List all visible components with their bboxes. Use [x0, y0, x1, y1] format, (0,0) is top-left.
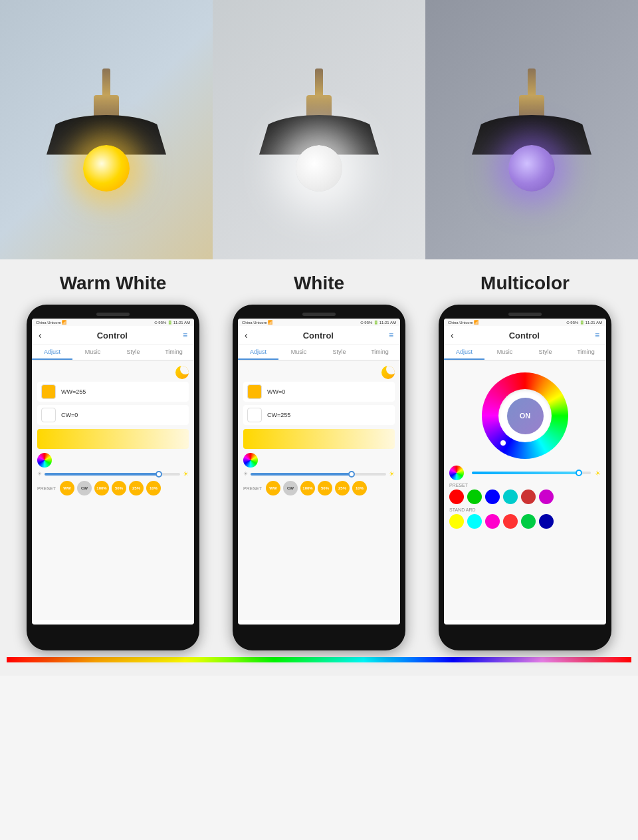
- preset-green2[interactable]: [521, 514, 536, 529]
- back-button-white[interactable]: ‹: [245, 330, 248, 341]
- preset-cw-warm[interactable]: CW: [77, 481, 92, 495]
- brightness-slider-white: ☀ ☀: [243, 470, 395, 478]
- preset-magenta[interactable]: [539, 490, 554, 504]
- slider-track-warm[interactable]: [45, 473, 180, 476]
- sun-dim-white: ☀: [243, 471, 248, 477]
- moon-row-white: [243, 366, 395, 379]
- slider-track-white[interactable]: [251, 473, 386, 476]
- phones-row: Warm White China Unicom 📶 ⊙ 95% 🔋 11:21 …: [7, 273, 631, 650]
- lamp-bulb-warm: [83, 145, 130, 192]
- status-right-multi: ⊙ 95% 🔋 11:21 AM: [566, 320, 602, 325]
- preset-blue[interactable]: [485, 490, 500, 504]
- preset-ww-white[interactable]: WW: [266, 481, 280, 495]
- color-wheel-large[interactable]: ON: [482, 372, 568, 459]
- preset-pink[interactable]: [485, 514, 500, 529]
- warm-white-phone: China Unicom 📶 ⊙ 95% 🔋 11:21 AM ‹ Contro…: [27, 305, 199, 650]
- app-title-white: Control: [303, 331, 334, 341]
- tab-style-multi[interactable]: Style: [525, 345, 566, 360]
- status-left-white: China Unicom 📶: [242, 320, 272, 325]
- preset-10-white[interactable]: 10%: [352, 481, 367, 495]
- phone-notch-warm: [32, 313, 194, 316]
- color-wheel-mini-warm[interactable]: [37, 453, 52, 468]
- app-header-warm: ‹ Control ≡: [32, 326, 194, 345]
- preset-cw-white[interactable]: CW: [283, 481, 298, 495]
- content-warm: WW=255 CW=0: [32, 360, 194, 620]
- app-title-multi: Control: [509, 331, 540, 341]
- preset-row-warm: PRESET WW CW 100% 50% 25% 10%: [37, 481, 189, 495]
- white-label: White: [294, 273, 344, 294]
- color-wheel-mini-white[interactable]: [243, 453, 258, 468]
- preset-25-white[interactable]: 25%: [335, 481, 350, 495]
- tab-timing-white[interactable]: Timing: [360, 345, 400, 360]
- preset-50-white[interactable]: 50%: [318, 481, 332, 495]
- gradient-bar-white: [243, 429, 395, 449]
- preset-10-warm[interactable]: 10%: [146, 481, 161, 495]
- tab-music-multi[interactable]: Music: [484, 345, 525, 360]
- back-button-warm[interactable]: ‹: [39, 330, 42, 341]
- tab-style-warm[interactable]: Style: [113, 345, 154, 360]
- lamp-fixture-multi: [472, 69, 591, 192]
- menu-icon-multi[interactable]: ≡: [595, 331, 599, 340]
- app-header-multi: ‹ Control ≡: [444, 326, 606, 345]
- cw-row-warm: CW=0: [37, 405, 189, 425]
- preset-green[interactable]: [467, 490, 482, 504]
- preset-navy[interactable]: [539, 514, 554, 529]
- color-wheel-mini-multi[interactable]: [449, 466, 464, 480]
- slider-thumb-multi[interactable]: [576, 470, 582, 476]
- tab-style-white[interactable]: Style: [319, 345, 360, 360]
- preset-100-warm[interactable]: 100%: [94, 481, 109, 495]
- menu-icon-white[interactable]: ≡: [389, 331, 393, 340]
- slider-thumb-warm[interactable]: [156, 471, 162, 478]
- tab-timing-multi[interactable]: Timing: [566, 345, 606, 360]
- tabs-warm: Adjust Music Style Timing: [32, 345, 194, 360]
- lamp-base: [94, 95, 119, 118]
- screen-white: China Unicom 📶 ⊙ 95% 🔋 11:21 AM ‹ Contro…: [238, 319, 400, 625]
- sun-bright-warm: ☀: [183, 470, 189, 478]
- preset-100-white[interactable]: 100%: [300, 481, 315, 495]
- status-bar-warm: China Unicom 📶 ⊙ 95% 🔋 11:21 AM: [32, 319, 194, 326]
- tabs-multi: Adjust Music Style Timing: [444, 345, 606, 360]
- moon-row-warm: [37, 366, 189, 379]
- preset-darkred[interactable]: [521, 490, 536, 504]
- on-button[interactable]: ON: [507, 398, 544, 434]
- ww-row-warm: WW=255: [37, 382, 189, 402]
- color-wheel-row-white: [243, 453, 395, 468]
- menu-icon-warm[interactable]: ≡: [183, 331, 187, 340]
- warm-white-column: Warm White China Unicom 📶 ⊙ 95% 🔋 11:21 …: [13, 273, 213, 650]
- tab-adjust-white[interactable]: Adjust: [238, 345, 278, 360]
- preset-red2[interactable]: [503, 514, 518, 529]
- screen-multi: China Unicom 📶 ⊙ 95% 🔋 11:21 AM ‹ Contro…: [444, 319, 606, 625]
- preset-row-white: PRESET WW CW 100% 50% 25% 10%: [243, 481, 395, 495]
- preset-25-warm[interactable]: 25%: [129, 481, 144, 495]
- preset-ww-warm[interactable]: WW: [60, 481, 74, 495]
- tab-adjust-warm[interactable]: Adjust: [32, 345, 72, 360]
- moon-icon-warm: [175, 366, 189, 379]
- preset-red[interactable]: [449, 490, 464, 504]
- slider-thumb-white[interactable]: [348, 471, 355, 478]
- preset-label-white: PRESET: [243, 486, 262, 491]
- screen-warm: China Unicom 📶 ⊙ 95% 🔋 11:21 AM ‹ Contro…: [32, 319, 194, 625]
- preset-cyan[interactable]: [503, 490, 518, 504]
- white-column: White China Unicom 📶 ⊙ 95% 🔋 11:21 AM ‹ …: [219, 273, 419, 650]
- tab-adjust-multi[interactable]: Adjust: [444, 345, 484, 360]
- gradient-bar-warm: [37, 429, 189, 449]
- preset-aqua[interactable]: [467, 514, 482, 529]
- tab-timing-warm[interactable]: Timing: [154, 345, 194, 360]
- speaker-warm: [96, 313, 130, 316]
- warm-white-label: Warm White: [60, 273, 167, 294]
- lamp-base-2: [306, 95, 332, 118]
- rainbow-bar: [7, 657, 631, 662]
- standard-section-label: STAND ARD: [449, 507, 601, 512]
- preset-yellow[interactable]: [449, 514, 464, 529]
- tab-music-white[interactable]: Music: [278, 345, 319, 360]
- preset-50-warm[interactable]: 50%: [112, 481, 126, 495]
- lamp-base-3: [519, 95, 544, 118]
- sun-dim-warm: ☀: [37, 471, 42, 477]
- back-button-multi[interactable]: ‹: [451, 330, 454, 341]
- tab-music-warm[interactable]: Music: [72, 345, 113, 360]
- multicolor-lamp-image: [425, 0, 638, 259]
- phone-notch-multi: [444, 313, 606, 316]
- multicolor-label: Multicolor: [480, 273, 570, 294]
- brightness-slider-multi[interactable]: [472, 472, 591, 474]
- ww-swatch-white: [247, 384, 262, 399]
